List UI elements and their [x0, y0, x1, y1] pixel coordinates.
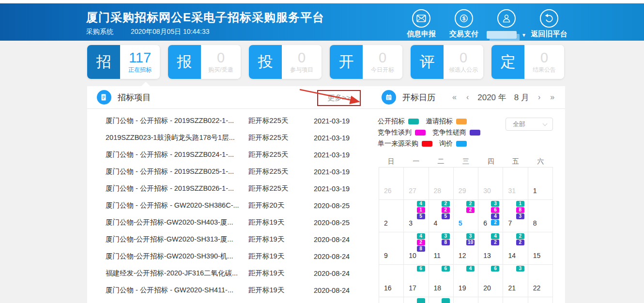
stat-tab-zhao[interactable]: 招117正在招标 — [87, 45, 160, 79]
project-list: 厦门公物 - 公开招标 - 2019SZZB022-1-...距开标225天20… — [87, 109, 366, 303]
project-row[interactable]: 厦门公物 - 公开招标 - 2019SZZB025-1-...距开标225天20… — [87, 163, 366, 180]
calendar-day-28[interactable]: 28 — [429, 167, 454, 200]
stat-tab-kai[interactable]: 开0今日开标 — [330, 45, 402, 79]
caret-down-icon[interactable]: ▼ — [521, 32, 526, 38]
project-row[interactable]: 厦门公物 - 公开招标 - 2019SZZB024-1-...距开标225天20… — [87, 146, 366, 163]
header-action-back-old[interactable]: 返回旧平台 — [528, 3, 570, 41]
stat-tab-ding[interactable]: 定0结果公告 — [491, 45, 564, 79]
calendar-day-29[interactable]: 29 — [528, 297, 553, 303]
prev-year-button[interactable]: « — [447, 93, 461, 102]
project-countdown: 距开标19天 — [248, 286, 314, 295]
calendar-day-30[interactable]: 30 — [478, 167, 503, 200]
legend-item: 邀请招标 — [426, 117, 467, 126]
calendar-day-19[interactable]: 419 — [454, 265, 478, 297]
calendar-day-23[interactable]: 23 — [379, 297, 404, 303]
calendar-day-31[interactable]: 31 — [503, 167, 528, 200]
calendar-day-12[interactable]: 31012 — [454, 232, 478, 265]
event-badges: 6 — [442, 266, 450, 272]
stat-label: 参与项目 — [290, 66, 313, 74]
project-row[interactable]: 厦门公物 - 公开招标 - 2019SZZB022-1-...距开标225天20… — [87, 112, 366, 129]
project-row[interactable]: 厦门公物 - 公开招标 - GW2020-SH411-...距开标19天2020… — [87, 282, 366, 299]
legend-item: 单一来源采购 — [378, 139, 432, 148]
calendar-day-27[interactable]: 27 — [478, 297, 503, 303]
project-date: 2020-08-25 — [314, 219, 350, 227]
project-date: 2021-03-19 — [314, 185, 350, 193]
calendar-day-4[interactable]: 2254 — [429, 200, 454, 232]
stat-tab-bao[interactable]: 报0购买/受邀 — [168, 45, 241, 79]
project-row[interactable]: 厦门公物-公开招标-GW2020-SH403-厦...距开标19天2020-08… — [87, 214, 366, 231]
legend-label: 公开招标 — [378, 117, 405, 126]
calendar-day-21[interactable]: 321 — [503, 265, 528, 297]
calendar-day-14[interactable]: 2214 — [503, 232, 528, 265]
stat-tab-tou[interactable]: 投0参与项目 — [249, 45, 322, 79]
page-title: 厦门采购招标网公E采电子招标采购服务平台 — [86, 10, 324, 25]
calendar-day-7[interactable]: 1837 — [503, 200, 528, 232]
event-badges: 310 — [466, 233, 475, 245]
project-countdown: 距开标225天 — [248, 150, 314, 159]
calendar-day-10[interactable]: 42810 — [404, 232, 429, 265]
calendar-day-11[interactable]: 3811 — [429, 232, 454, 265]
calendar-day-15[interactable]: 15 — [528, 232, 553, 265]
calendar-day-2[interactable]: 2 — [379, 200, 404, 232]
project-row[interactable]: 厦门公物 - 公开招标 - 2020-JF323...距开标19天2020-08… — [87, 299, 366, 303]
project-row[interactable]: 2019SZZB023-1鼓浪屿龙头路178号1层...距开标225天2021-… — [87, 129, 366, 146]
calendar-day-18[interactable]: 618 — [429, 265, 454, 297]
more-link[interactable]: 更多>> — [317, 90, 361, 106]
event-badges: 22 — [516, 233, 524, 245]
calendar-day-3[interactable]: 4153 — [404, 200, 429, 232]
event-badge-teal — [417, 298, 425, 303]
calendar-day-26[interactable]: 26 — [379, 167, 404, 200]
next-month-button[interactable]: › — [533, 93, 545, 102]
stat-tab-ping[interactable]: 评0候选人公示 — [411, 45, 483, 79]
calendar-day-22[interactable]: 22 — [528, 265, 553, 297]
day-number: 27 — [409, 187, 416, 195]
calendar-day-27[interactable]: 27 — [404, 167, 429, 200]
calendar-day-5[interactable]: 225 — [454, 200, 478, 232]
header-action-trade-pay[interactable]: $交易支付 — [443, 3, 485, 41]
project-row[interactable]: 厦门公物 - 公开招标 - GW2020-SH386C-...距开标20天202… — [87, 197, 366, 214]
event-badges: 428 — [417, 233, 425, 252]
prev-month-button[interactable]: ‹ — [461, 93, 474, 102]
event-badge-purple: 4 — [491, 213, 499, 219]
project-title: 厦门公物-公开招标-GW2020-SH313-厦... — [106, 235, 248, 244]
calendar-day-1[interactable]: 1 — [528, 167, 553, 200]
header-action-info-report[interactable]: 信息申报 — [400, 3, 443, 41]
calendar-filter-select[interactable]: 全部 — [506, 118, 553, 131]
project-row[interactable]: 厦门公物 - 公开招标 - 2019SZZB026-1-...距开标225天20… — [87, 180, 366, 197]
event-badge-purple: 5 — [442, 213, 450, 219]
stat-value: 0 — [379, 50, 386, 65]
project-row[interactable]: 厦门公物-公开招标-GW2020-SH390-机...距开标19天2020-08… — [87, 248, 366, 265]
day-number: 20 — [483, 284, 491, 292]
project-countdown: 距开标19天 — [248, 269, 314, 278]
project-row[interactable]: 福建经发-公开招标-2020-JF316二氧化碳...距开标19天2020-08… — [87, 265, 366, 282]
day-number: 18 — [434, 284, 442, 292]
calendar-day-26[interactable]: 26 — [454, 297, 478, 303]
stat-value: 0 — [540, 50, 548, 65]
next-year-button[interactable]: » — [545, 93, 559, 102]
calendar-day-29[interactable]: 29 — [454, 167, 478, 200]
header-action-user[interactable]: ▼ — [485, 3, 528, 41]
event-badges: 6 — [417, 266, 425, 272]
calendar-day-24[interactable]: 24 — [404, 297, 429, 303]
calendar-day-17[interactable]: 617 — [404, 265, 429, 297]
stat-label: 购买/受邀 — [208, 66, 233, 74]
calendar-day-16[interactable]: 16 — [379, 265, 404, 297]
project-row[interactable]: 厦门公物-公开招标-GW2020-SH313-厦...距开标19天2020-08… — [87, 231, 366, 248]
calendar-day-6[interactable]: 36426 — [478, 200, 503, 232]
calendar-day-8[interactable]: 8 — [528, 200, 553, 232]
calendar-year-label: 2020 年 — [474, 92, 510, 103]
stat-value: 0 — [298, 50, 306, 65]
legend-swatch-purple — [470, 130, 480, 136]
event-badge-teal: 3 — [516, 266, 524, 272]
calendar-day-25[interactable]: 25 — [429, 297, 454, 303]
event-badge-blue: 2 — [491, 220, 499, 226]
calendar-day-20[interactable]: 620 — [478, 265, 503, 297]
day-number: 31 — [508, 187, 516, 195]
user-avatar-icon — [497, 9, 516, 28]
calendar-day-13[interactable]: 4213 — [478, 232, 503, 265]
event-badge-purple: 3 — [516, 213, 524, 219]
calendar-day-9[interactable]: 9 — [379, 232, 404, 265]
calendar-day-28[interactable]: 28 — [503, 297, 528, 303]
project-title: 福建经发-公开招标-2020-JF316二氧化碳... — [106, 269, 248, 278]
project-title: 厦门公物-公开招标-GW2020-SH390-机... — [106, 252, 248, 261]
